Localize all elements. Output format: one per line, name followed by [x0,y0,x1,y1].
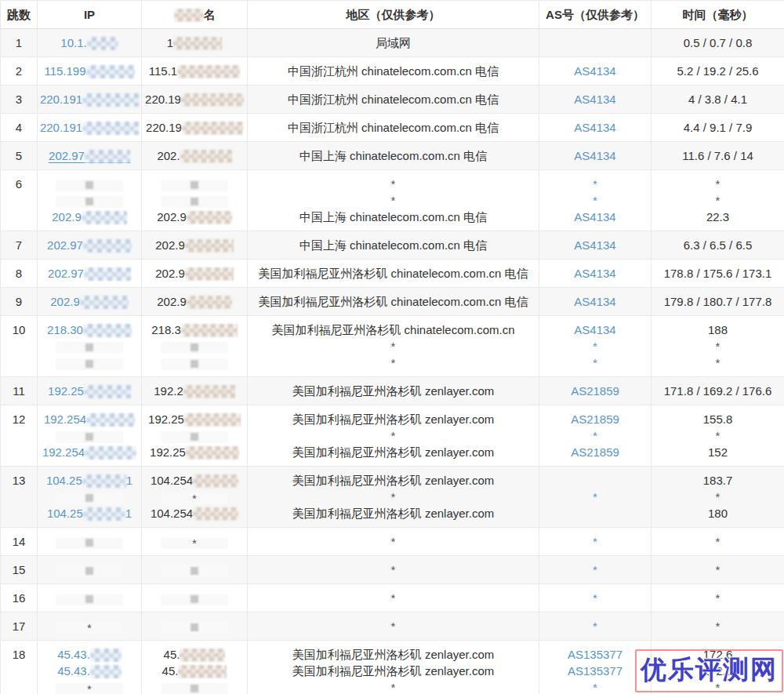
cell-time: 155.8*152 [652,405,784,467]
censor-smudge [56,565,123,577]
ip-address-text[interactable]: 218.30 [47,323,83,336]
asn-link[interactable]: AS4134 [574,121,615,134]
latency-values: 188 [708,323,728,336]
cell-hop: 11 [1,377,38,405]
cell-hop: 12 [1,405,38,467]
asn-link[interactable]: AS4134 [574,295,615,308]
censor-smudge: * [56,622,123,634]
hop-number: 13 [13,474,26,487]
asn-link[interactable]: AS21859 [571,445,619,459]
censor-blur-block [83,507,125,521]
asn-link[interactable]: AS135377 [568,664,622,678]
asn-link[interactable]: AS4134 [574,238,615,252]
masked-asterisk: * [391,356,396,369]
ip-address-text[interactable]: 10.1. [60,36,86,49]
ip-address-text[interactable]: 202.9 [50,295,80,308]
asn-link[interactable]: AS4134 [574,149,615,162]
hostname-text: 45. [162,664,179,678]
cell-ip: 45.43.45.43.* [38,641,142,694]
cell-hostname: * [142,528,248,556]
cell-time: 178.8 / 175.6 / 173.1 [652,260,784,288]
hostname-text: 202.9 [157,210,187,223]
ip-address-text[interactable]: 202.9 [52,210,82,223]
asn-link[interactable]: AS4134 [574,267,615,280]
censor-smudge: * [161,537,228,549]
cell-hostname: 115.1 [142,57,248,85]
hostname-text: 202.9 [155,267,185,280]
censor-blur-block [90,665,122,678]
cell-region: 美国加利福尼亚州洛杉矶 zenlayer.com美国加利福尼亚州洛杉矶 zenl… [248,641,539,694]
censor-dot [191,360,198,368]
ip-address-text[interactable]: 45.43. [57,664,90,678]
traceroute-row-hop-8: 8202.97202.9美国加利福尼亚州洛杉矶 chinatelecom.com… [1,260,784,288]
censor-smudge [56,537,123,549]
cell-region: 中国浙江杭州 chinatelecom.com.cn 电信 [248,57,539,85]
censor-blur-block [180,649,225,662]
ip-address-text[interactable]: 104.25 [47,507,83,520]
cell-region: * [248,584,539,612]
hostname-text: 202.9 [157,295,187,308]
censor-smudge [56,342,123,354]
censor-blur-block [82,211,127,224]
traceroute-row-hop-13: 13104.251104.251104.254*104.254美国加利福尼亚州洛… [1,467,784,528]
region-text: 美国加利福尼亚州洛杉矶 zenlayer.com [292,474,495,487]
cell-hop: 18 [1,641,38,694]
censor-smudge [161,342,228,354]
cell-time: 171.8 / 169.2 / 176.6 [652,377,784,405]
traceroute-row-hop-2: 2115.199115.1中国浙江杭州 chinatelecom.com.cn … [1,57,784,85]
ip-address-text[interactable]: 202.97 [47,238,83,252]
cell-hostname: 202. [142,142,248,170]
censor-blur-block [181,93,244,107]
ip-address-text[interactable]: 192.254 [44,412,86,426]
hop-number: 12 [13,412,26,426]
ip-address-text[interactable]: 202.97 [48,267,84,280]
asn-link[interactable]: AS4134 [574,210,615,223]
latency-values: 152 [708,445,728,459]
ip-address-text[interactable]: 115.199 [44,64,85,78]
asn-link[interactable]: AS4134 [574,64,615,78]
cell-time: 4.4 / 9.1 / 7.9 [652,114,784,142]
cell-ip: 218.30 [38,316,142,377]
ip-address-text[interactable]: 220.191 [40,121,82,134]
cell-ip: 202.9 [38,170,142,231]
masked-asterisk: * [716,356,720,369]
censor-smudge [161,196,228,208]
cell-ip: 192.25 [38,377,142,405]
latency-values: 4.4 / 9.1 / 7.9 [684,121,753,134]
ip-address-text[interactable]: 104.25 [46,474,82,487]
asn-link[interactable]: AS4134 [574,93,615,106]
region-text: 美国加利福尼亚州洛杉矶 zenlayer.com [292,648,495,661]
censor-smudge [161,683,228,694]
cell-hop: 15 [1,556,38,584]
ip-address-text[interactable]: 202.97 [49,149,85,162]
ip-address-text[interactable]: 45.43. [57,648,90,661]
hostname-text: 104.254 [151,474,193,487]
cell-region: 美国加利福尼亚州洛杉矶 zenlayer.com*美国加利福尼亚州洛杉矶 zen… [248,405,539,467]
masked-asterisk: * [391,340,396,353]
cell-ip: 220.191 [38,114,142,142]
cell-ip: 220.191 [38,85,142,114]
latency-values: 6.3 / 6.5 / 6.5 [684,238,753,252]
latency-values: 0.5 / 0.7 / 0.8 [684,36,753,49]
region-text: 美国加利福尼亚州洛杉矶 zenlayer.com [292,384,495,398]
asn-link[interactable]: AS21859 [571,412,619,426]
hop-number: 8 [16,267,22,280]
censor-dot [85,539,93,547]
asn-link[interactable]: AS135377 [568,648,622,661]
cell-asn: AS4134 [539,114,652,142]
ip-address-text[interactable]: 192.254 [42,445,85,459]
cell-hop: 9 [1,288,38,316]
censor-blur-block [178,665,227,678]
cell-asn: AS21859*AS21859 [539,405,652,467]
ip-address-text[interactable]: 192.25 [48,384,84,398]
asn-link[interactable]: AS21859 [571,384,619,398]
traceroute-row-hop-16: 16*** [1,584,784,612]
cell-region: 美国加利福尼亚州洛杉矶 chinatelecom.com.cn** [248,316,539,377]
cell-region: 中国上海 chinatelecom.com.cn 电信 [248,142,539,170]
censor-dot [85,494,93,502]
censor-blur-block [83,324,132,337]
ip-address-text[interactable]: 220.191 [40,93,82,106]
asn-link[interactable]: AS4134 [574,323,615,336]
censor-dot [85,595,93,603]
region-text: 美国加利福尼亚州洛杉矶 zenlayer.com [292,664,495,678]
